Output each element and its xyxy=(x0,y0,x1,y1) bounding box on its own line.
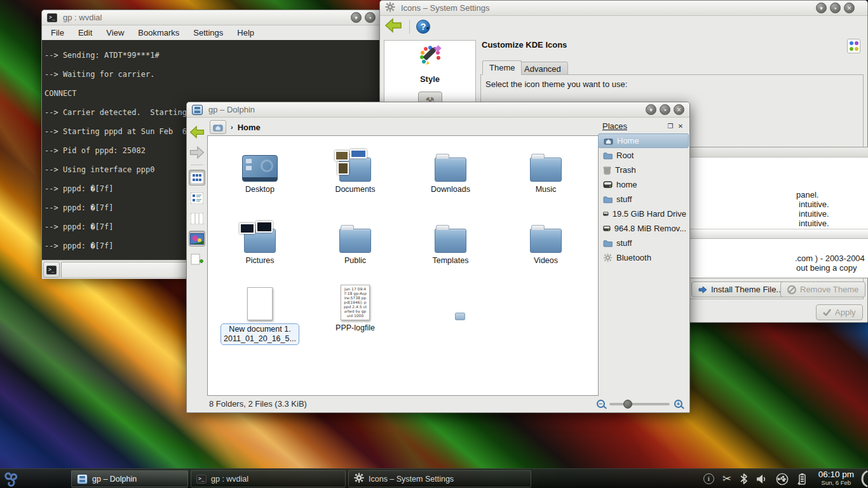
battery-icon[interactable] xyxy=(797,473,807,485)
task-system-settings[interactable]: Icons – System Settings xyxy=(348,470,531,487)
apply-button[interactable]: Apply xyxy=(816,304,863,320)
place-hard-drive[interactable]: 19.5 GiB Hard Drive xyxy=(598,207,689,221)
file-item-pictures[interactable]: Pictures xyxy=(212,212,308,265)
klipper-icon[interactable]: ✂ xyxy=(722,472,731,485)
install-theme-button[interactable]: Install Theme File... xyxy=(691,281,790,297)
place-stuff-1[interactable]: stuff xyxy=(598,192,689,207)
system-tray: i ✂ xyxy=(703,469,807,488)
menu-settings[interactable]: Settings xyxy=(193,28,223,37)
new-tab-button[interactable]: >_ xyxy=(43,262,60,278)
minimize-button[interactable]: ▾ xyxy=(816,3,827,13)
folder-icon xyxy=(603,196,613,203)
zoom-in-icon[interactable]: + xyxy=(674,400,682,408)
panel-cashew-icon[interactable] xyxy=(854,470,868,488)
maximize-button[interactable]: ▪ xyxy=(660,104,670,115)
remove-theme-button[interactable]: Remove Theme xyxy=(780,281,865,297)
preview-button[interactable] xyxy=(189,231,205,247)
konsole-icon: >_ xyxy=(196,475,207,484)
dolphin-title: gp – Dolphin xyxy=(208,105,255,114)
volume-icon[interactable] xyxy=(756,474,768,484)
file-item-public[interactable]: Public xyxy=(308,212,403,265)
details-view-button[interactable] xyxy=(189,190,205,206)
konsole-icon: >_ xyxy=(47,13,57,22)
minimize-button[interactable]: ▾ xyxy=(351,12,362,23)
menu-file[interactable]: File xyxy=(51,28,64,37)
terminal-titlebar[interactable]: >_ gp : wvdial ▾ ▪ xyxy=(42,10,381,25)
file-item-templates[interactable]: Templates xyxy=(403,212,498,265)
bluetooth-icon[interactable] xyxy=(740,473,748,485)
file-item-music[interactable]: Music xyxy=(498,141,593,194)
place-stuff-2[interactable]: stuff xyxy=(598,236,689,250)
menu-view[interactable]: View xyxy=(106,28,124,37)
zoom-out-icon[interactable]: − xyxy=(597,400,605,408)
dolphin-icon xyxy=(77,474,88,484)
forward-button[interactable] xyxy=(189,144,205,160)
float-panel-icon[interactable]: ❐ xyxy=(666,123,675,130)
menu-bookmarks[interactable]: Bookmarks xyxy=(138,28,179,37)
breadcrumb-home-button[interactable] xyxy=(210,120,226,134)
launcher-icon[interactable] xyxy=(2,470,20,488)
place-bluetooth[interactable]: Bluetooth xyxy=(598,250,689,265)
help-button[interactable]: ? ▾ xyxy=(416,20,429,34)
home-icon xyxy=(213,123,223,132)
file-item-downloads[interactable]: Downloads xyxy=(403,141,498,194)
folder-icon xyxy=(339,229,371,253)
back-button[interactable] xyxy=(384,17,403,36)
split-view-button[interactable] xyxy=(189,251,205,267)
file-item-documents[interactable]: Documents xyxy=(308,141,403,194)
sidebar-item-style[interactable]: Style xyxy=(384,41,475,84)
menu-help[interactable]: Help xyxy=(237,28,254,37)
remove-icon xyxy=(787,285,796,294)
folder-icon xyxy=(530,158,562,182)
breadcrumb-home[interactable]: Home xyxy=(238,123,261,132)
clock[interactable]: 06:10 pm Sun, 6 Feb xyxy=(818,469,854,488)
close-button[interactable]: ✕ xyxy=(844,3,855,13)
split-icon xyxy=(191,253,203,266)
forward-icon xyxy=(189,145,205,160)
clock-time: 06:10 pm xyxy=(818,470,854,480)
close-button[interactable]: ✕ xyxy=(674,104,684,115)
usb-device-icon[interactable] xyxy=(776,473,789,485)
maximize-button[interactable]: ▪ xyxy=(830,3,841,13)
menu-edit[interactable]: Edit xyxy=(78,28,92,37)
file-item-new-document[interactable]: New document 1.2011_01_20_16_5... xyxy=(212,274,308,345)
tab-advanced[interactable]: Advanced xyxy=(517,62,568,75)
file-item-desktop[interactable]: Desktop xyxy=(212,141,308,194)
folder-icon xyxy=(603,152,613,159)
place-home[interactable]: Home xyxy=(598,133,689,148)
home-icon xyxy=(604,137,613,145)
blank-document-icon xyxy=(247,287,273,320)
columns-view-button[interactable] xyxy=(189,210,205,226)
hard-drive-icon xyxy=(603,210,609,218)
zoom-slider[interactable] xyxy=(609,403,670,405)
close-panel-icon[interactable]: ✕ xyxy=(676,123,685,130)
folder-icon xyxy=(530,229,562,253)
place-removable-media[interactable]: 964.8 MiB Remov... xyxy=(598,221,689,236)
documents-folder-icon xyxy=(339,158,371,182)
floating-artifact-icon xyxy=(455,313,465,320)
dolphin-titlebar[interactable]: gp – Dolphin ▾ ▪ ✕ xyxy=(187,102,689,118)
place-home-drive[interactable]: home xyxy=(598,177,689,192)
overview-icon[interactable] xyxy=(847,39,860,53)
maximize-button[interactable]: ▪ xyxy=(365,12,376,23)
file-item-videos[interactable]: Videos xyxy=(498,212,593,265)
folder-view[interactable]: Desktop Documents Downloads Music Pictur… xyxy=(207,135,599,396)
minimize-button[interactable]: ▾ xyxy=(646,104,656,115)
breadcrumb-separator: › xyxy=(231,123,233,131)
task-dolphin[interactable]: gp – Dolphin xyxy=(71,470,188,487)
place-trash[interactable]: Trash xyxy=(598,163,689,177)
task-wvdial[interactable]: >_ gp : wvdial xyxy=(191,470,346,487)
tab-theme[interactable]: Theme xyxy=(482,60,522,75)
place-root[interactable]: Root xyxy=(598,148,689,163)
file-item-ppp-logfile[interactable]: Jan 17 09:47:18 gp-Asp ire-5738 pppd[194… xyxy=(308,274,403,332)
logfile-icon: Jan 17 09:47:18 gp-Asp ire-5738 pppd[194… xyxy=(341,285,370,320)
bluetooth-gear-icon xyxy=(603,253,613,262)
toolbar-separator xyxy=(191,165,203,165)
back-button[interactable] xyxy=(189,124,205,140)
icons-view-button[interactable] xyxy=(189,170,205,186)
zoom-slider-knob[interactable] xyxy=(623,400,632,409)
system-settings-titlebar[interactable]: Icons – System Settings ▾ ▪ ✕ xyxy=(380,1,867,16)
notifications-icon[interactable]: i xyxy=(703,473,714,484)
style-icon xyxy=(417,44,444,70)
toolbar-separator xyxy=(409,20,410,34)
